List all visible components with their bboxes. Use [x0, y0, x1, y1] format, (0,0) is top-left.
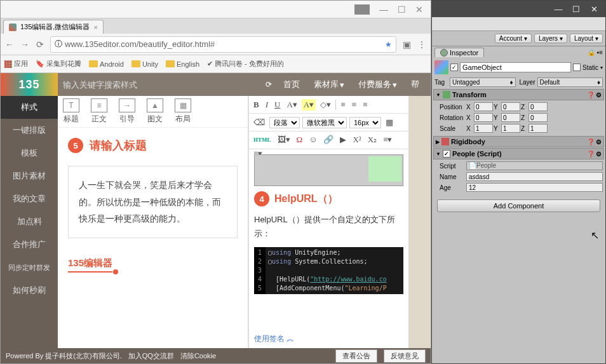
tool-guide[interactable]: →引导	[119, 98, 135, 125]
refresh-icon[interactable]: ⟳	[266, 80, 272, 89]
layout-dropdown[interactable]: Layout ▾	[570, 34, 603, 43]
style-card-quote[interactable]: 人一生下就会哭，笑是后来才学会的。所以忧伤是一种低级的本能，而快乐是一种更高级的…	[68, 166, 238, 238]
close-button[interactable]: ✕	[585, 3, 603, 15]
bookmark-item[interactable]: ✔ 腾讯问卷 - 免费好用的	[207, 59, 284, 69]
gear-icon[interactable]: ⚙	[596, 151, 602, 158]
bookmark-item[interactable]: 🔖 采集到花瓣	[36, 59, 81, 69]
rail-style[interactable]: 样式	[1, 96, 58, 119]
tab-library[interactable]: 素材库▾	[307, 79, 351, 90]
rail-template[interactable]: 模板	[1, 142, 58, 165]
rail-extras[interactable]: 加点料	[1, 210, 58, 233]
gear-icon[interactable]: ⚙	[596, 138, 602, 145]
html-button[interactable]: HTML	[252, 136, 273, 144]
back-button[interactable]: ←	[4, 39, 15, 50]
clear-cookie-link[interactable]: 清除Cookie	[180, 351, 216, 361]
rot-y[interactable]	[501, 113, 520, 122]
rail-partner[interactable]: 合作推广	[1, 233, 58, 256]
foldout-icon[interactable]: ▶	[436, 139, 440, 145]
scale-z[interactable]	[529, 124, 548, 133]
bookmark-folder[interactable]: Android	[89, 60, 124, 68]
browser-tab[interactable]: 135编辑器,微信编辑器 ×	[3, 20, 104, 34]
tag-dropdown[interactable]: Untagged♦	[450, 78, 516, 87]
rigidbody-header[interactable]: ▶ Rigidbody ❓⚙	[433, 136, 604, 147]
omega-icon[interactable]: Ω	[295, 134, 305, 145]
fontcolor-button[interactable]: A▾	[285, 99, 299, 111]
rail-images[interactable]: 图片素材	[1, 165, 58, 187]
tool-layout[interactable]: ▦布局	[175, 98, 191, 125]
sub-icon[interactable]: X₂	[366, 134, 379, 145]
help-icon[interactable]: ❓	[587, 91, 595, 98]
feedback-button[interactable]: 反馈意见	[384, 349, 426, 363]
use-signature-link[interactable]: 使用签名 ︽	[249, 330, 408, 348]
align-left-icon[interactable]: ≡	[339, 99, 347, 111]
image-icon[interactable]: 🖼▾	[276, 134, 292, 145]
eraser-icon[interactable]: ⌫	[252, 117, 267, 128]
profile-icon[interactable]	[354, 4, 370, 15]
maximize-button[interactable]: ☐	[393, 3, 410, 16]
foldout-icon[interactable]: ▼	[436, 151, 441, 157]
help-icon[interactable]: ❓	[587, 138, 595, 145]
emoji-icon[interactable]: ☺	[307, 134, 319, 145]
scale-x[interactable]	[474, 124, 493, 133]
close-button[interactable]: ✕	[410, 3, 428, 16]
size-select[interactable]: 16px	[349, 117, 381, 128]
italic-button[interactable]: I	[264, 99, 270, 111]
scale-y[interactable]	[501, 124, 520, 133]
tab-paid[interactable]: 付费服务▾	[352, 79, 403, 90]
name-input[interactable]	[466, 172, 603, 181]
underline-button[interactable]: U	[273, 99, 282, 111]
rail-layout[interactable]: 一键排版	[1, 119, 58, 142]
video-icon[interactable]: ▶	[338, 134, 348, 145]
rot-x[interactable]	[474, 113, 493, 122]
announce-button[interactable]: 查看公告	[335, 349, 377, 363]
gameobject-name-input[interactable]	[460, 62, 571, 72]
cast-icon[interactable]: ▣	[401, 39, 412, 50]
style-card-title[interactable]: 5 请输入标题	[68, 138, 238, 153]
highlight-button[interactable]: A▾	[302, 99, 316, 111]
style-card-signature[interactable]: 135编辑器	[68, 257, 112, 273]
menu-icon[interactable]: ⋮	[417, 39, 427, 50]
bookmark-folder[interactable]: Unity	[131, 60, 158, 68]
align-right-icon[interactable]: ≡	[361, 99, 369, 111]
transform-header[interactable]: ▼ Transform ❓⚙	[433, 89, 604, 100]
tool-title[interactable]: T标题	[63, 98, 79, 125]
editor-canvas[interactable]: 4 HelpURL（） HelpURL（）提供一个自定义的文下所示： 12345…	[249, 149, 408, 330]
rail-sync[interactable]: 同步定时群发	[1, 256, 58, 279]
apps-shortcut[interactable]: 应用	[4, 59, 28, 69]
help-icon[interactable]: ❓	[587, 151, 595, 158]
style-search-input[interactable]	[63, 80, 260, 90]
tab-help[interactable]: 帮	[405, 79, 426, 90]
minimize-button[interactable]: —	[375, 3, 393, 16]
forward-button[interactable]: →	[20, 39, 30, 50]
inspector-tab[interactable]: Inspector	[434, 48, 484, 57]
pos-z[interactable]	[529, 102, 548, 111]
tab-home[interactable]: 首页	[277, 79, 306, 90]
rail-howto[interactable]: 如何秒刷	[1, 279, 58, 302]
layers-dropdown[interactable]: Layers ▾	[534, 34, 567, 43]
foldout-icon[interactable]: ▼	[436, 92, 441, 98]
static-checkbox[interactable]	[573, 64, 581, 71]
sup-icon[interactable]: X²	[351, 134, 363, 145]
more-icon[interactable]: ▦	[384, 117, 395, 128]
bookmark-folder[interactable]: English	[166, 60, 199, 68]
pos-x[interactable]	[474, 102, 493, 111]
minimize-button[interactable]: —	[549, 3, 567, 15]
font-select[interactable]: 微软雅黑	[302, 117, 347, 128]
bold-button[interactable]: B	[252, 99, 261, 111]
reload-button[interactable]: ⟳	[35, 39, 45, 50]
static-dropdown-icon[interactable]: ▾	[600, 65, 603, 71]
qq-link[interactable]: 加入QQ交流群	[128, 351, 174, 361]
tool-body[interactable]: ≡正文	[91, 98, 107, 125]
script-field[interactable]: 📄People	[466, 161, 603, 170]
info-icon[interactable]: ⓘ	[55, 39, 62, 50]
people-header[interactable]: ▼ ✓ People (Script) ❓⚙	[433, 148, 604, 159]
tab-close-icon[interactable]: ×	[93, 24, 97, 31]
align-center-icon[interactable]: ≡	[350, 99, 358, 111]
age-input[interactable]	[466, 183, 603, 192]
bookmark-star-icon[interactable]: ★	[385, 40, 392, 49]
pos-y[interactable]	[501, 102, 520, 111]
clear-button[interactable]: ◇▾	[318, 99, 333, 111]
gear-icon[interactable]: ⚙	[596, 91, 602, 98]
url-input[interactable]	[65, 39, 382, 49]
add-component-button[interactable]: Add Component	[437, 199, 600, 212]
